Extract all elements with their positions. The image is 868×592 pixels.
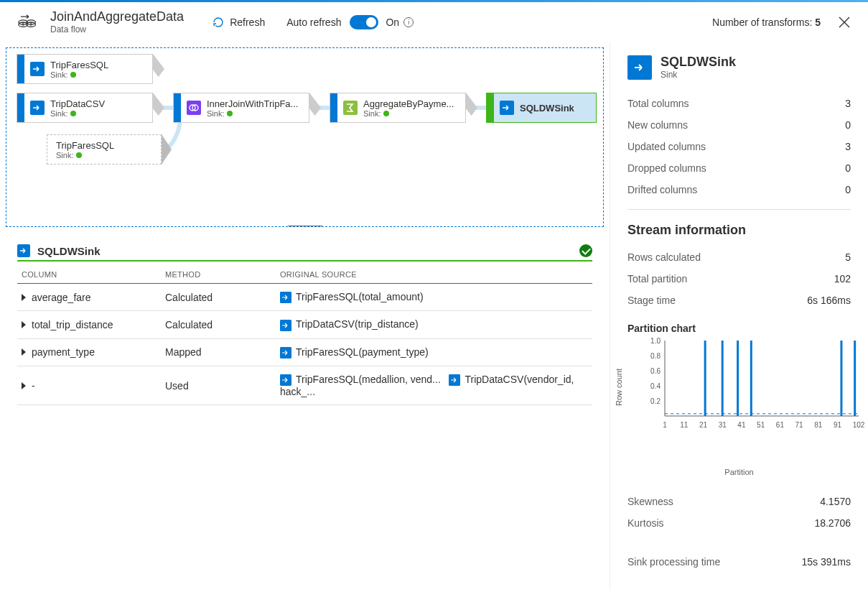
- partition-chart: Row count 0.20.40.60.81.0111213141516171…: [627, 337, 851, 466]
- table-row[interactable]: payment_typeMappedTripFaresSQL(payment_t…: [17, 338, 592, 366]
- table-row[interactable]: -UsedTripFaresSQL(medallion, vend... Tri…: [17, 366, 592, 404]
- refresh-button[interactable]: Refresh: [213, 17, 265, 28]
- svg-text:0.2: 0.2: [650, 397, 661, 405]
- flow-canvas[interactable]: TripFaresSQLSink: TripDataCSVSink: Inner…: [6, 47, 604, 227]
- chart-title: Partition chart: [627, 323, 851, 334]
- properties-panel: SQLDWSink Sink Total columns3New columns…: [610, 42, 868, 591]
- status-ok-icon: [579, 244, 592, 257]
- svg-text:81: 81: [814, 421, 823, 429]
- auto-refresh-label: Auto refresh: [286, 17, 341, 28]
- node-innerjoin[interactable]: InnerJoinWithTripFa...Sink:: [173, 93, 309, 123]
- page-title: JoinAndAggregateData: [50, 9, 184, 24]
- page-subtitle: Data flow: [50, 24, 184, 34]
- transforms-count: Number of transforms: 5: [712, 17, 821, 28]
- canvas-resize-handle[interactable]: [288, 226, 322, 227]
- stat-row: Rows calculated5: [627, 246, 851, 268]
- node-sqldwsink[interactable]: SQLDWSink: [486, 93, 597, 123]
- svg-text:1.0: 1.0: [650, 337, 661, 345]
- node-tripfares-ghost[interactable]: TripFaresSQLSink:: [47, 134, 162, 165]
- sink-icon: [17, 244, 30, 257]
- node-tripdata[interactable]: TripDataCSVSink:: [17, 93, 153, 123]
- svg-text:21: 21: [699, 421, 708, 429]
- svg-text:61: 61: [776, 421, 785, 429]
- stat-row: Skewness4.1570: [627, 491, 851, 512]
- node-aggregate[interactable]: AggregateByPayme...Sink:: [330, 93, 466, 123]
- close-icon[interactable]: [838, 16, 851, 29]
- stat-row: Kurtosis18.2706: [627, 512, 851, 534]
- stat-row: Stage time6s 166ms: [627, 290, 851, 311]
- dataflow-icon: [17, 14, 40, 30]
- refresh-icon: [213, 17, 224, 28]
- stat-row: Total columns3: [627, 93, 851, 114]
- sink-large-icon: [627, 55, 652, 80]
- node-tripfares-top[interactable]: TripFaresSQLSink:: [17, 54, 153, 84]
- header: JoinAndAggregateData Data flow Refresh A…: [0, 2, 868, 42]
- svg-text:1: 1: [663, 421, 667, 429]
- detail-panel: SQLDWSink COLUMN METHOD ORIGINAL SOURCE …: [0, 233, 610, 417]
- svg-text:0.4: 0.4: [650, 382, 661, 390]
- svg-text:91: 91: [834, 421, 842, 429]
- table-row[interactable]: average_fareCalculatedTripFaresSQL(total…: [17, 284, 592, 311]
- stat-row: Updated columns3: [627, 136, 851, 157]
- svg-text:31: 31: [719, 421, 727, 429]
- svg-rect-6: [187, 101, 201, 115]
- table-row[interactable]: total_trip_distanceCalculatedTripDataCSV…: [17, 311, 592, 338]
- svg-text:0.8: 0.8: [650, 352, 661, 360]
- stat-row: Sink processing time15s 391ms: [627, 551, 851, 573]
- svg-text:71: 71: [795, 421, 804, 429]
- column-table: COLUMN METHOD ORIGINAL SOURCE average_fa…: [17, 263, 592, 405]
- toggle-state: On: [386, 17, 399, 28]
- svg-text:51: 51: [757, 421, 765, 429]
- auto-refresh-toggle[interactable]: [350, 15, 378, 29]
- svg-text:11: 11: [680, 421, 689, 429]
- info-icon[interactable]: i: [403, 17, 414, 27]
- stat-row: Dropped columns0: [627, 157, 851, 179]
- svg-text:102: 102: [853, 421, 865, 429]
- svg-text:41: 41: [737, 421, 746, 429]
- stat-row: Drifted columns0: [627, 179, 851, 200]
- svg-text:0.6: 0.6: [650, 367, 661, 375]
- stat-row: New columns0: [627, 114, 851, 136]
- stat-row: Total partition102: [627, 268, 851, 290]
